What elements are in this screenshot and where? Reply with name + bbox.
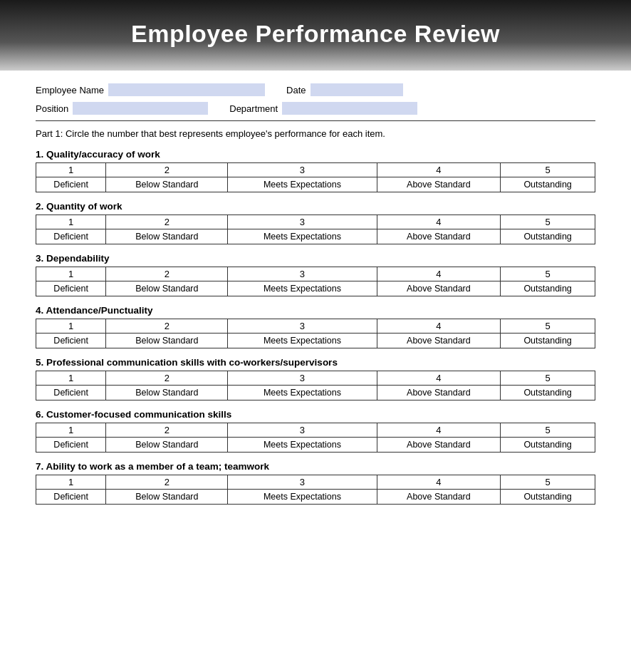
rating-table-1: 12345DeficientBelow StandardMeets Expect… — [36, 162, 595, 192]
rating-label: Deficient — [36, 281, 106, 296]
rating-label: Outstanding — [501, 281, 595, 296]
rating-number[interactable]: 2 — [106, 475, 228, 490]
rating-label: Below Standard — [106, 334, 228, 348]
rating-table-2: 12345DeficientBelow StandardMeets Expect… — [36, 214, 595, 244]
rating-label: Above Standard — [377, 334, 501, 348]
header: Employee Performance Review — [0, 0, 631, 71]
rating-number[interactable]: 3 — [228, 267, 377, 281]
rating-number[interactable]: 2 — [106, 423, 228, 438]
date-label: Date — [286, 85, 306, 95]
rating-number[interactable]: 5 — [501, 371, 595, 386]
rating-number[interactable]: 4 — [377, 319, 501, 334]
rating-label: Above Standard — [377, 438, 501, 453]
department-label: Department — [229, 103, 278, 114]
rating-number[interactable]: 1 — [36, 163, 106, 177]
section-title-2: 2. Quantity of work — [36, 201, 595, 212]
section-title-1: 1. Quality/accuracy of work — [36, 149, 595, 160]
department-input[interactable] — [282, 102, 417, 115]
rating-label: Deficient — [36, 490, 106, 505]
rating-label: Deficient — [36, 334, 106, 348]
rating-number[interactable]: 1 — [36, 319, 106, 334]
rating-number[interactable]: 5 — [501, 319, 595, 334]
rating-number[interactable]: 4 — [377, 475, 501, 490]
rating-table-3: 12345DeficientBelow StandardMeets Expect… — [36, 267, 595, 296]
rating-label: Meets Expectations — [228, 334, 377, 348]
rating-label: Meets Expectations — [228, 490, 377, 505]
rating-label: Outstanding — [501, 177, 595, 192]
rating-number[interactable]: 1 — [36, 267, 106, 281]
rating-table-7: 12345DeficientBelow StandardMeets Expect… — [36, 475, 595, 505]
employee-name-label: Employee Name — [36, 85, 104, 95]
rating-number[interactable]: 4 — [377, 371, 501, 386]
rating-number[interactable]: 4 — [377, 215, 501, 229]
rating-number[interactable]: 2 — [106, 215, 228, 229]
employee-name-input[interactable] — [108, 83, 265, 96]
rating-label: Deficient — [36, 438, 106, 453]
rating-number[interactable]: 4 — [377, 267, 501, 281]
rating-number[interactable]: 4 — [377, 163, 501, 177]
rating-number[interactable]: 2 — [106, 163, 228, 177]
position-input[interactable] — [73, 102, 208, 115]
rating-label: Outstanding — [501, 334, 595, 348]
rating-number[interactable]: 1 — [36, 371, 106, 386]
rating-label: Above Standard — [377, 490, 501, 505]
rating-label: Meets Expectations — [228, 438, 377, 453]
rating-number[interactable]: 1 — [36, 423, 106, 438]
rating-number[interactable]: 1 — [36, 215, 106, 229]
rating-number[interactable]: 2 — [106, 319, 228, 334]
section-title-7: 7. Ability to work as a member of a team… — [36, 461, 595, 472]
position-label: Position — [36, 103, 68, 114]
rating-table-6: 12345DeficientBelow StandardMeets Expect… — [36, 423, 595, 453]
rating-number[interactable]: 1 — [36, 475, 106, 490]
section-title-4: 4. Attendance/Punctuality — [36, 305, 595, 316]
rating-label: Below Standard — [106, 281, 228, 296]
rating-number[interactable]: 3 — [228, 475, 377, 490]
rating-label: Above Standard — [377, 281, 501, 296]
section-title-5: 5. Professional communication skills wit… — [36, 357, 595, 368]
rating-label: Outstanding — [501, 490, 595, 505]
section-title-3: 3. Dependability — [36, 253, 595, 264]
rating-number[interactable]: 5 — [501, 163, 595, 177]
rating-number[interactable]: 5 — [501, 423, 595, 438]
rating-label: Below Standard — [106, 490, 228, 505]
rating-label: Deficient — [36, 229, 106, 244]
rating-number[interactable]: 5 — [501, 475, 595, 490]
rating-label: Deficient — [36, 177, 106, 192]
rating-label: Above Standard — [377, 229, 501, 244]
rating-label: Meets Expectations — [228, 281, 377, 296]
rating-label: Below Standard — [106, 229, 228, 244]
rating-label: Meets Expectations — [228, 229, 377, 244]
rating-number[interactable]: 3 — [228, 215, 377, 229]
page-title: Employee Performance Review — [28, 20, 603, 48]
rating-label: Outstanding — [501, 386, 595, 400]
rating-label: Meets Expectations — [228, 386, 377, 400]
rating-label: Outstanding — [501, 229, 595, 244]
rating-number[interactable]: 3 — [228, 423, 377, 438]
rating-number[interactable]: 3 — [228, 371, 377, 386]
rating-label: Below Standard — [106, 177, 228, 192]
rating-number[interactable]: 4 — [377, 423, 501, 438]
rating-number[interactable]: 5 — [501, 267, 595, 281]
date-input[interactable] — [311, 83, 403, 96]
rating-label: Outstanding — [501, 438, 595, 453]
rating-number[interactable]: 3 — [228, 163, 377, 177]
rating-number[interactable]: 5 — [501, 215, 595, 229]
rating-label: Meets Expectations — [228, 177, 377, 192]
rating-table-5: 12345DeficientBelow StandardMeets Expect… — [36, 371, 595, 400]
rating-table-4: 12345DeficientBelow StandardMeets Expect… — [36, 319, 595, 348]
rating-number[interactable]: 2 — [106, 267, 228, 281]
rating-label: Above Standard — [377, 177, 501, 192]
rating-label: Above Standard — [377, 386, 501, 400]
rating-number[interactable]: 2 — [106, 371, 228, 386]
divider — [36, 120, 595, 121]
rating-label: Below Standard — [106, 386, 228, 400]
rating-number[interactable]: 3 — [228, 319, 377, 334]
rating-label: Deficient — [36, 386, 106, 400]
rating-label: Below Standard — [106, 438, 228, 453]
section-title-6: 6. Customer-focused communication skills — [36, 409, 595, 420]
instructions-text: Part 1: Circle the number that best repr… — [36, 128, 595, 139]
